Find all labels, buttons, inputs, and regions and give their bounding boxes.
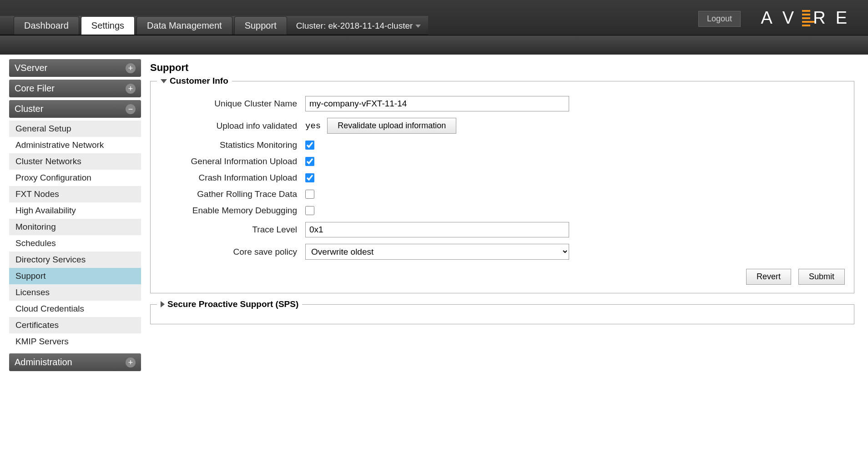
sidebar-section-cluster[interactable]: Cluster −	[9, 100, 141, 118]
sidebar-item-general-setup[interactable]: General Setup	[9, 121, 141, 137]
upload-validated-value: yes	[305, 121, 321, 131]
chevron-down-icon	[415, 25, 421, 28]
customer-info-fieldset: Customer Info Unique Cluster Name Upload…	[150, 81, 854, 293]
sidebar: VServer + Core Filer + Cluster − General…	[0, 55, 141, 374]
customer-info-legend[interactable]: Customer Info	[157, 76, 232, 86]
sidebar-section-label: Cluster	[15, 104, 43, 114]
label-upload-info-validated: Upload info validated	[160, 121, 305, 131]
sidebar-item-fxt-nodes[interactable]: FXT Nodes	[9, 186, 141, 202]
sps-legend[interactable]: Secure Proactive Support (SPS)	[157, 299, 302, 309]
sidebar-item-schedules[interactable]: Schedules	[9, 235, 141, 252]
plus-icon: +	[126, 63, 136, 73]
tab-support[interactable]: Support	[234, 16, 287, 35]
trace-level-input[interactable]	[305, 222, 569, 237]
avere-logo: AV RE	[761, 8, 854, 28]
sps-fieldset: Secure Proactive Support (SPS)	[150, 304, 854, 324]
cluster-selector[interactable]: Cluster: ek-2018-11-14-cluster	[289, 17, 429, 35]
sidebar-item-cloud-credentials[interactable]: Cloud Credentials	[9, 301, 141, 317]
sidebar-item-licenses[interactable]: Licenses	[9, 284, 141, 301]
plus-icon: +	[126, 357, 136, 367]
page-title: Support	[150, 62, 854, 74]
sidebar-section-label: Administration	[15, 357, 72, 367]
revert-button[interactable]: Revert	[746, 269, 791, 285]
sidebar-item-cluster-networks[interactable]: Cluster Networks	[9, 153, 141, 170]
general-info-upload-checkbox[interactable]	[305, 157, 314, 166]
label-enable-memory-debug: Enable Memory Debugging	[160, 206, 305, 216]
sidebar-item-proxy-config[interactable]: Proxy Configuration	[9, 170, 141, 186]
triangle-down-icon	[161, 79, 167, 83]
unique-cluster-name-input[interactable]	[305, 96, 569, 111]
logout-button[interactable]: Logout	[698, 11, 741, 27]
tab-dashboard[interactable]: Dashboard	[14, 16, 79, 35]
main-content: Support Customer Info Unique Cluster Nam…	[141, 55, 868, 374]
core-save-policy-select[interactable]: Overwrite oldest	[305, 244, 569, 260]
sidebar-item-support[interactable]: Support	[9, 268, 141, 284]
sidebar-section-core-filer[interactable]: Core Filer +	[9, 80, 141, 97]
sidebar-cluster-list: General Setup Administrative Network Clu…	[9, 121, 141, 350]
minus-icon: −	[126, 104, 136, 114]
cluster-label-text: Cluster: ek-2018-11-14-cluster	[296, 21, 413, 31]
sidebar-item-monitoring[interactable]: Monitoring	[9, 219, 141, 235]
tab-settings[interactable]: Settings	[81, 16, 135, 35]
header-bar: Logout AV RE Dashboard Settings Data Man…	[0, 0, 868, 35]
submit-button[interactable]: Submit	[798, 269, 845, 285]
label-trace-level: Trace Level	[160, 225, 305, 235]
sidebar-item-certificates[interactable]: Certificates	[9, 317, 141, 333]
sidebar-item-directory-services[interactable]: Directory Services	[9, 252, 141, 268]
gather-rolling-trace-checkbox[interactable]	[305, 190, 314, 199]
sidebar-section-label: Core Filer	[15, 83, 55, 94]
label-unique-cluster-name: Unique Cluster Name	[160, 99, 305, 109]
plus-icon: +	[126, 84, 136, 94]
sidebar-section-administration[interactable]: Administration +	[9, 353, 141, 371]
sidebar-section-vserver[interactable]: VServer +	[9, 59, 141, 77]
crash-info-upload-checkbox[interactable]	[305, 173, 314, 182]
sidebar-section-label: VServer	[15, 63, 47, 73]
label-crash-info-upload: Crash Information Upload	[160, 173, 305, 183]
sidebar-item-admin-network[interactable]: Administrative Network	[9, 137, 141, 153]
triangle-right-icon	[161, 301, 165, 307]
tab-data-management[interactable]: Data Management	[136, 16, 232, 35]
label-statistics-monitoring: Statistics Monitoring	[160, 140, 305, 150]
label-core-save-policy: Core save policy	[160, 247, 305, 257]
statistics-monitoring-checkbox[interactable]	[305, 141, 314, 150]
sidebar-item-kmip-servers[interactable]: KMIP Servers	[9, 333, 141, 350]
revalidate-button[interactable]: Revalidate upload information	[327, 118, 456, 134]
tab-bar: Dashboard Settings Data Management Suppo…	[0, 16, 428, 35]
enable-memory-debug-checkbox[interactable]	[305, 206, 314, 215]
sidebar-item-high-availability[interactable]: High Availability	[9, 202, 141, 219]
label-general-info-upload: General Information Upload	[160, 156, 305, 166]
label-gather-rolling-trace: Gather Rolling Trace Data	[160, 189, 305, 199]
